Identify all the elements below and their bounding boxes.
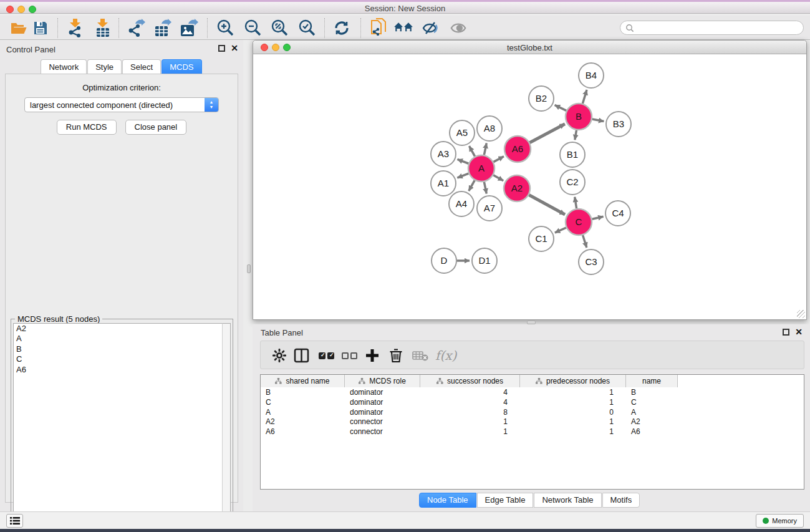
table-row[interactable]: A2connector11A2 (261, 417, 678, 427)
close-panel-icon[interactable]: ✕ (795, 329, 803, 336)
save-session-icon[interactable] (31, 19, 50, 37)
graph-edge[interactable] (484, 182, 486, 194)
tab-mcds[interactable]: MCDS (162, 59, 201, 75)
table-cell[interactable]: B (261, 388, 345, 398)
table-cell[interactable]: A2 (626, 417, 678, 427)
graph-edge[interactable] (583, 235, 587, 248)
table-cell[interactable]: C (626, 398, 678, 408)
result-item[interactable]: A2 (14, 324, 227, 334)
graph-edge[interactable] (493, 157, 504, 162)
tab-node-table[interactable]: Node Table (419, 493, 476, 508)
graph-node-C4[interactable]: C4 (605, 201, 630, 226)
search-input[interactable] (620, 21, 804, 35)
result-item[interactable]: C (14, 354, 227, 364)
table-cell[interactable]: 4 (420, 388, 520, 398)
graph-node-C1[interactable]: C1 (529, 226, 554, 251)
mcds-result-list[interactable]: A2ABCA6 (13, 323, 228, 528)
close-panel-icon[interactable]: ✕ (231, 45, 238, 52)
result-item[interactable]: A6 (14, 365, 227, 375)
memory-button[interactable]: Memory (756, 514, 804, 528)
table-cell[interactable]: connector (345, 417, 420, 427)
graph-node-A6[interactable]: A6 (504, 136, 531, 162)
graph-edge[interactable] (469, 180, 475, 191)
table-cell[interactable]: C (261, 398, 345, 408)
export-network-icon[interactable] (127, 19, 146, 37)
criterion-dropdown[interactable]: largest connected component (directed) ▲… (24, 97, 219, 112)
window-resize-grip[interactable] (797, 310, 805, 318)
home-icon[interactable] (394, 19, 413, 37)
graph-node-A7[interactable]: A7 (477, 196, 502, 221)
table-cell[interactable]: 8 (420, 408, 520, 418)
table-cell[interactable]: A6 (626, 427, 678, 437)
column-header[interactable]: successor nodes (420, 375, 520, 387)
result-item[interactable]: A (14, 334, 227, 344)
delete-icon[interactable] (389, 347, 403, 364)
eye-icon[interactable] (449, 19, 468, 37)
table-row[interactable]: Cdominator41C (261, 398, 678, 408)
graph-edge[interactable] (555, 105, 567, 110)
graph-edge[interactable] (592, 216, 603, 219)
table-cell[interactable]: 1 (520, 417, 626, 427)
export-table-icon[interactable] (153, 19, 172, 37)
graph-node-B1[interactable]: B1 (560, 142, 585, 167)
new-network-from-selection-icon[interactable] (369, 19, 388, 37)
graph-edge[interactable] (529, 195, 565, 215)
table-cell[interactable]: dominator (345, 408, 420, 418)
result-scrollbar[interactable] (222, 323, 231, 528)
table-cell[interactable]: 0 (520, 408, 626, 418)
split-columns-icon[interactable] (294, 347, 309, 364)
graph-node-C[interactable]: C (566, 209, 592, 235)
graph-node-B[interactable]: B (566, 104, 592, 130)
import-network-icon[interactable] (66, 19, 85, 37)
close-panel-button[interactable]: Close panel (125, 120, 187, 135)
table-cell[interactable]: B (626, 388, 678, 398)
function-builder-icon[interactable]: f(x) (435, 347, 456, 364)
graph-node-A3[interactable]: A3 (431, 142, 456, 167)
table-row[interactable]: Adominator80A (261, 408, 678, 418)
result-item[interactable]: B (14, 344, 227, 354)
graph-node-B4[interactable]: B4 (579, 63, 604, 88)
zoom-out-icon[interactable] (243, 19, 262, 37)
graph-edge[interactable] (555, 228, 566, 233)
graph-edge[interactable] (469, 146, 475, 157)
run-mcds-button[interactable]: Run MCDS (57, 120, 117, 135)
graph-node-B3[interactable]: B3 (606, 112, 631, 137)
node-table[interactable]: shared nameMCDS rolesuccessor nodesprede… (260, 374, 804, 490)
column-header[interactable]: MCDS role (345, 375, 420, 387)
table-cell[interactable]: 1 (420, 417, 520, 427)
graph-node-A[interactable]: A (468, 155, 494, 181)
graph-node-A5[interactable]: A5 (450, 120, 475, 145)
graph-node-D1[interactable]: D1 (472, 248, 497, 273)
tab-motifs[interactable]: Motifs (602, 493, 640, 508)
graph-edge[interactable] (529, 124, 564, 143)
table-row[interactable]: Bdominator41B (261, 388, 678, 398)
graph-edge[interactable] (484, 143, 486, 155)
network-canvas[interactable]: B4B2BB3A8A5A6A3B1AC2A1A2A4A7C4CC1DD1C3 (253, 54, 806, 319)
table-cell[interactable]: dominator (345, 388, 420, 398)
open-file-icon[interactable] (9, 19, 28, 37)
graph-edge[interactable] (457, 159, 468, 163)
deselect-all-checkboxes-icon[interactable] (342, 347, 357, 364)
graph-node-D[interactable]: D (432, 248, 456, 273)
delete-table-icon[interactable] (412, 347, 428, 364)
float-panel-icon[interactable] (218, 45, 225, 52)
table-cell[interactable]: 1 (520, 398, 626, 408)
table-row[interactable]: A6connector11A6 (261, 427, 678, 437)
zoom-fit-icon[interactable] (270, 19, 289, 37)
refresh-icon[interactable] (332, 19, 351, 37)
tab-network[interactable]: Network (41, 59, 87, 75)
graph-node-A4[interactable]: A4 (449, 191, 474, 216)
table-cell[interactable]: A (626, 408, 678, 418)
graph-node-A2[interactable]: A2 (504, 175, 530, 201)
graph-edge[interactable] (575, 197, 577, 209)
import-table-icon[interactable] (94, 19, 112, 37)
select-all-checkboxes-icon[interactable] (319, 347, 334, 364)
tab-network-table[interactable]: Network Table (534, 493, 601, 508)
add-icon[interactable] (365, 347, 379, 364)
graph-node-A1[interactable]: A1 (431, 171, 456, 196)
table-cell[interactable]: 1 (520, 388, 626, 398)
graph-edge[interactable] (457, 173, 468, 178)
table-cell[interactable]: A2 (261, 417, 345, 427)
vertical-split-handle[interactable] (247, 264, 251, 273)
table-cell[interactable]: connector (345, 427, 420, 437)
